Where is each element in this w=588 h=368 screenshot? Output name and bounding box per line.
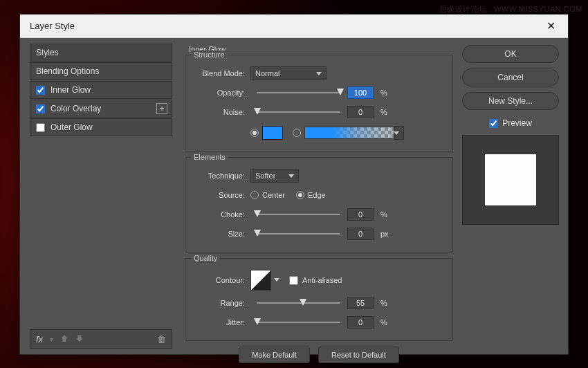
solid-color-radio[interactable] (250, 129, 259, 137)
sidebar-item-inner-glow[interactable]: Inner Glow (30, 81, 172, 99)
jitter-slider[interactable] (257, 322, 340, 323)
main-panel: Inner Glow Structure Blend Mode: Normal … (179, 38, 460, 354)
size-input[interactable] (347, 228, 374, 240)
size-slider[interactable] (257, 233, 340, 234)
unit-px: px (380, 230, 393, 238)
preview-box (462, 135, 559, 225)
unit-percent: % (380, 89, 393, 97)
move-up-icon[interactable]: 🡅 (60, 334, 68, 344)
technique-label: Technique: (195, 172, 250, 180)
add-effect-icon[interactable]: + (156, 103, 167, 114)
fx-menu-icon[interactable]: fx (36, 334, 43, 344)
watermark-text: 思缘设计论坛 . WWW.MISSYUAN.COM (439, 4, 582, 15)
anti-aliased-label: Anti-aliased (302, 276, 342, 284)
blend-mode-select[interactable]: Normal (250, 66, 327, 80)
jitter-input[interactable] (347, 316, 374, 329)
choke-slider[interactable] (257, 214, 340, 215)
quality-label: Quality (191, 254, 220, 262)
contour-label: Contour: (195, 276, 250, 284)
gradient-radio[interactable] (293, 129, 301, 137)
preview-checkbox[interactable] (489, 119, 498, 128)
sidebar-item-label: Color Overlay (50, 104, 101, 113)
sidebar-item-color-overlay[interactable]: Color Overlay + (30, 100, 172, 118)
structure-group: Structure Blend Mode: Normal Opacity: % … (185, 55, 453, 151)
range-label: Range: (195, 299, 250, 307)
gradient-dropdown[interactable] (394, 126, 404, 140)
size-label: Size: (195, 230, 250, 238)
layer-style-dialog: Layer Style ✕ Styles Blending Options In… (19, 14, 569, 355)
outer-glow-checkbox[interactable] (36, 123, 45, 132)
trash-icon[interactable]: 🗑 (157, 334, 166, 344)
contour-picker[interactable] (250, 270, 271, 291)
close-icon[interactable]: ✕ (541, 17, 561, 35)
panel-title: Inner Glow (189, 45, 453, 53)
move-down-icon[interactable]: 🡇 (75, 334, 84, 344)
sidebar-item-outer-glow[interactable]: Outer Glow (30, 118, 172, 136)
unit-percent: % (380, 318, 393, 326)
sidebar-item-label: Inner Glow (50, 85, 91, 95)
choke-label: Choke: (195, 210, 250, 219)
preview-label: Preview (502, 118, 532, 128)
unit-percent: % (380, 108, 393, 116)
technique-select[interactable]: Softer (250, 169, 299, 183)
noise-input[interactable] (347, 106, 374, 118)
structure-label: Structure (191, 50, 228, 59)
elements-group: Elements Technique: Softer Source: Cente… (185, 157, 453, 252)
jitter-label: Jitter: (195, 318, 250, 326)
dialog-title: Layer Style (30, 21, 75, 31)
gradient-swatch[interactable] (304, 127, 394, 139)
edge-label: Edge (308, 191, 326, 199)
source-label: Source: (195, 191, 250, 199)
unit-percent: % (380, 299, 393, 307)
ok-button[interactable]: OK (462, 45, 559, 63)
sidebar-blending-options[interactable]: Blending Options (30, 62, 172, 80)
range-input[interactable] (347, 297, 374, 309)
source-edge-radio[interactable] (296, 191, 304, 199)
opacity-label: Opacity: (195, 89, 250, 97)
blend-mode-label: Blend Mode: (195, 69, 250, 77)
source-center-radio[interactable] (250, 191, 259, 199)
choke-input[interactable] (347, 208, 374, 221)
opacity-slider[interactable] (257, 92, 340, 93)
reset-default-button[interactable]: Reset to Default (318, 347, 399, 363)
sidebar-styles-header[interactable]: Styles (30, 44, 172, 62)
opacity-input[interactable] (347, 86, 374, 99)
anti-aliased-checkbox[interactable] (289, 276, 298, 285)
inner-glow-checkbox[interactable] (36, 86, 45, 95)
make-default-button[interactable]: Make Default (239, 347, 310, 363)
glow-color-swatch[interactable] (262, 126, 283, 140)
new-style-button[interactable]: New Style... (462, 92, 559, 110)
titlebar: Layer Style ✕ (20, 15, 568, 38)
styles-sidebar: Styles Blending Options Inner Glow Color… (20, 38, 179, 354)
quality-group: Quality Contour: Anti-aliased Range: % J… (185, 258, 453, 341)
range-slider[interactable] (257, 302, 340, 304)
right-column: OK Cancel New Style... Preview (460, 38, 568, 354)
sidebar-item-label: Outer Glow (50, 122, 93, 132)
noise-slider[interactable] (257, 111, 340, 113)
center-label: Center (262, 191, 285, 199)
sidebar-footer: fx ▾ 🡅 🡇 🗑 (30, 329, 172, 349)
noise-label: Noise: (195, 108, 250, 116)
color-overlay-checkbox[interactable] (36, 104, 45, 113)
unit-percent: % (380, 210, 393, 219)
cancel-button[interactable]: Cancel (462, 68, 559, 86)
elements-label: Elements (191, 153, 228, 161)
preview-swatch (485, 154, 536, 205)
